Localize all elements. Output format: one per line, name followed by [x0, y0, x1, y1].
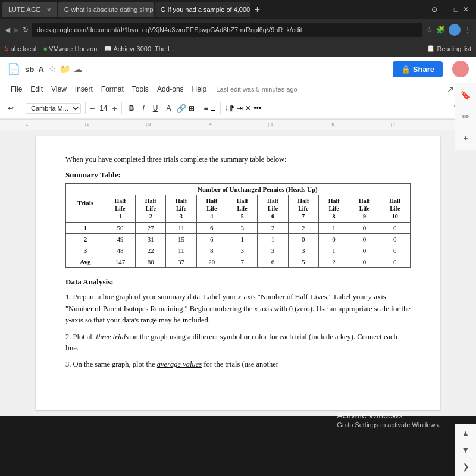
- right-sidebar: 🔖 ✏ +: [455, 83, 476, 150]
- trend-icon[interactable]: ↗: [447, 84, 454, 94]
- cell-r3-c4: 7: [227, 256, 258, 268]
- chevron-right-icon[interactable]: ❯: [459, 459, 473, 474]
- divider-3: [121, 102, 122, 114]
- cell-r0-c5: 2: [258, 223, 288, 234]
- indent-icon[interactable]: ⇥: [237, 104, 243, 112]
- share-label: Share: [413, 65, 434, 74]
- ruler-marks: 1 2 3 4 5 6 7: [24, 123, 452, 127]
- bookmark-abc[interactable]: S abc.local: [5, 45, 36, 52]
- underline-button[interactable]: U: [150, 103, 161, 114]
- profile-avatar[interactable]: [449, 24, 461, 36]
- extensions-icon[interactable]: 🧩: [436, 26, 445, 34]
- cell-r1-c3: 6: [196, 234, 227, 245]
- trial-label-2: 3: [66, 245, 105, 256]
- tab-3[interactable]: G If you had a sample of 4,000 ra... ✕: [155, 2, 250, 17]
- divider-5: [220, 102, 221, 114]
- doc-page[interactable]: When you have completed three trials com…: [36, 136, 440, 410]
- image-icon[interactable]: ⊞: [189, 104, 195, 112]
- share-button[interactable]: 🔒 Share: [393, 61, 443, 77]
- ruler: 1 2 3 4 5 6 7: [0, 120, 476, 130]
- list-icon[interactable]: ⁝: [225, 104, 227, 112]
- line-spacing-icon[interactable]: ≣: [210, 104, 216, 112]
- ruler-mark-7: 7: [391, 123, 452, 127]
- scroll-down-button[interactable]: ▼: [459, 443, 473, 457]
- reading-list-label: Reading list: [437, 45, 471, 52]
- star-icon[interactable]: ☆: [49, 64, 57, 74]
- color-button[interactable]: A: [163, 103, 174, 114]
- cell-r2-c7: 1: [318, 245, 349, 256]
- menu-insert[interactable]: Insert: [71, 83, 96, 95]
- cell-r3-c3: 20: [196, 256, 227, 268]
- cell-r0-c7: 1: [318, 223, 349, 234]
- bold-button[interactable]: B: [126, 103, 137, 114]
- close-button[interactable]: ✕: [463, 5, 469, 14]
- menu-edit[interactable]: Edit: [27, 83, 46, 95]
- menu-view[interactable]: View: [48, 83, 70, 95]
- maximize-button[interactable]: □: [454, 5, 458, 14]
- back-button[interactable]: ◀: [5, 26, 10, 34]
- cell-r1-c9: 0: [380, 234, 410, 245]
- sidebar-bookmark-icon[interactable]: 🔖: [459, 88, 473, 102]
- data-analysis-label: Data Analysis:: [65, 277, 411, 287]
- reload-button[interactable]: ↻: [23, 26, 29, 34]
- tab-2[interactable]: G what is absolute dating simple d... ✕: [58, 2, 154, 17]
- numbered-list-icon[interactable]: ⁋: [230, 104, 234, 112]
- font-size-plus[interactable]: +: [112, 104, 117, 113]
- strikethrough-icon[interactable]: ✕: [245, 104, 251, 112]
- more-options-icon[interactable]: •••: [253, 104, 261, 112]
- bookmark-star-icon[interactable]: ☆: [426, 26, 433, 34]
- menu-file[interactable]: File: [7, 83, 26, 95]
- link-icon[interactable]: 🔗: [176, 104, 186, 113]
- menu-addons[interactable]: Add-ons: [154, 83, 187, 95]
- menu-dots-icon[interactable]: ⋮: [464, 26, 471, 34]
- font-size-minus[interactable]: −: [90, 104, 95, 113]
- col-hl6: HalfLife6: [258, 195, 288, 223]
- docs-top-bar: 📄 sb_A ☆ 📁 ☁ 🔒 Share: [0, 57, 476, 81]
- bookmark-achieve[interactable]: 📖 Achieve3000: The L...: [104, 45, 177, 52]
- cell-r2-c8: 0: [349, 245, 380, 256]
- cell-r3-c8: 0: [349, 256, 380, 268]
- font-selector[interactable]: Cambria M...: [26, 103, 81, 114]
- circle-icon: ⊙: [431, 5, 437, 14]
- tab-1[interactable]: LUTE AGE ✕: [2, 2, 57, 17]
- undo-button[interactable]: ↩: [5, 103, 17, 114]
- summary-table: Trials Number of Unchanged Pennies (Head…: [65, 183, 411, 268]
- new-tab-button[interactable]: +: [251, 4, 264, 15]
- cell-r3-c5: 6: [258, 256, 288, 268]
- cell-r0-c2: 11: [166, 223, 196, 234]
- cell-r2-c2: 11: [166, 245, 196, 256]
- cell-r2-c1: 22: [136, 245, 166, 256]
- forward-button[interactable]: ▶: [14, 26, 19, 34]
- tab-3-label: G If you had a sample of 4,000 ra...: [161, 6, 250, 13]
- menu-format[interactable]: Format: [98, 83, 127, 95]
- profile-docs-avatar[interactable]: [452, 61, 469, 77]
- table-row-1: 24931156110000: [66, 234, 411, 245]
- minimize-button[interactable]: —: [442, 5, 449, 14]
- ruler-mark-1: 1: [24, 123, 85, 127]
- address-input[interactable]: [32, 23, 422, 37]
- trials-header: Trials: [66, 184, 105, 223]
- sidebar-plus-icon[interactable]: +: [459, 131, 473, 145]
- reading-list[interactable]: 📋 Reading list: [427, 45, 471, 52]
- italic-button[interactable]: I: [139, 103, 147, 114]
- cell-r0-c1: 27: [136, 223, 166, 234]
- tab-bar: LUTE AGE ✕ G what is absolute dating sim…: [0, 0, 476, 19]
- scroll-up-button[interactable]: ▲: [459, 426, 473, 440]
- menu-help[interactable]: Help: [189, 83, 211, 95]
- format-bar: ↩ Cambria M... − 14 + B I U A 🔗 ⊞ ≡ ≣ ⁝ …: [0, 98, 476, 119]
- align-left-icon[interactable]: ≡: [203, 104, 208, 112]
- bookmark-vmware[interactable]: ■ VMware Horizon: [43, 45, 97, 52]
- cloud-icon[interactable]: ☁: [74, 64, 82, 74]
- cell-r1-c8: 0: [349, 234, 380, 245]
- docs-logo-icon: 📄: [7, 62, 20, 76]
- cell-r0-c8: 0: [349, 223, 380, 234]
- tab-1-close[interactable]: ✕: [46, 7, 51, 13]
- window-controls: ⊙ — □ ✕: [431, 5, 474, 14]
- sidebar-edit-icon[interactable]: ✏: [459, 109, 473, 124]
- col-hl2: HalfLife2: [136, 195, 166, 223]
- col-hl3: HalfLife3: [166, 195, 196, 223]
- vmware-icon: ■: [43, 45, 47, 52]
- folder-icon[interactable]: 📁: [60, 64, 70, 74]
- menu-tools[interactable]: Tools: [129, 83, 152, 95]
- cell-r2-c9: 0: [380, 245, 410, 256]
